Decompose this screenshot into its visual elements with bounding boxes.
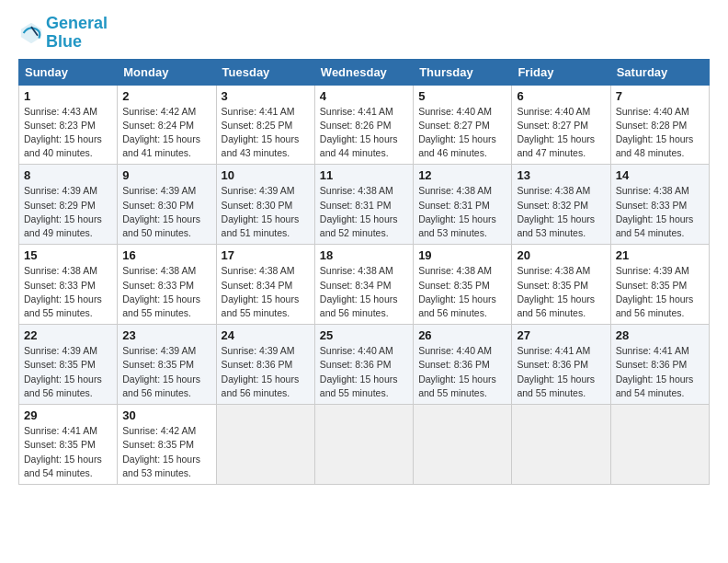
day-number: 22 xyxy=(24,328,112,342)
day-cell-27: 27Sunrise: 4:41 AM Sunset: 8:36 PM Dayli… xyxy=(512,325,610,405)
day-number: 29 xyxy=(24,408,112,422)
day-number: 28 xyxy=(616,328,704,342)
day-info: Sunrise: 4:41 AM Sunset: 8:36 PM Dayligh… xyxy=(517,344,605,400)
day-info: Sunrise: 4:41 AM Sunset: 8:36 PM Dayligh… xyxy=(616,344,704,400)
col-header-monday: Monday xyxy=(118,59,216,85)
empty-cell xyxy=(512,405,610,485)
day-cell-12: 12Sunrise: 4:38 AM Sunset: 8:31 PM Dayli… xyxy=(414,165,512,245)
day-info: Sunrise: 4:38 AM Sunset: 8:33 PM Dayligh… xyxy=(24,264,112,320)
empty-cell xyxy=(216,405,314,485)
calendar-header-row: SundayMondayTuesdayWednesdayThursdayFrid… xyxy=(19,59,710,85)
empty-cell xyxy=(314,405,413,485)
day-number: 16 xyxy=(122,248,210,262)
day-cell-10: 10Sunrise: 4:39 AM Sunset: 8:30 PM Dayli… xyxy=(216,165,314,245)
day-cell-3: 3Sunrise: 4:41 AM Sunset: 8:25 PM Daylig… xyxy=(216,85,314,165)
day-number: 21 xyxy=(616,248,704,262)
logo: General Blue xyxy=(18,15,108,52)
logo-blue: Blue xyxy=(46,32,82,51)
day-number: 27 xyxy=(517,328,605,342)
day-cell-24: 24Sunrise: 4:39 AM Sunset: 8:36 PM Dayli… xyxy=(216,325,314,405)
day-cell-4: 4Sunrise: 4:41 AM Sunset: 8:26 PM Daylig… xyxy=(314,85,413,165)
day-number: 18 xyxy=(320,248,408,262)
header: General Blue xyxy=(18,15,710,52)
day-cell-19: 19Sunrise: 4:38 AM Sunset: 8:35 PM Dayli… xyxy=(414,245,512,325)
day-info: Sunrise: 4:41 AM Sunset: 8:35 PM Dayligh… xyxy=(24,424,112,480)
day-cell-20: 20Sunrise: 4:38 AM Sunset: 8:35 PM Dayli… xyxy=(512,245,610,325)
col-header-thursday: Thursday xyxy=(414,59,512,85)
day-cell-6: 6Sunrise: 4:40 AM Sunset: 8:27 PM Daylig… xyxy=(512,85,610,165)
day-info: Sunrise: 4:40 AM Sunset: 8:36 PM Dayligh… xyxy=(418,344,506,400)
day-number: 15 xyxy=(24,248,112,262)
day-cell-1: 1Sunrise: 4:43 AM Sunset: 8:23 PM Daylig… xyxy=(19,85,118,165)
day-number: 19 xyxy=(418,248,506,262)
day-number: 20 xyxy=(517,248,605,262)
day-cell-2: 2Sunrise: 4:42 AM Sunset: 8:24 PM Daylig… xyxy=(118,85,216,165)
day-cell-9: 9Sunrise: 4:39 AM Sunset: 8:30 PM Daylig… xyxy=(118,165,216,245)
day-number: 6 xyxy=(517,89,605,103)
day-number: 26 xyxy=(418,328,506,342)
day-info: Sunrise: 4:39 AM Sunset: 8:36 PM Dayligh… xyxy=(222,344,310,400)
calendar: SundayMondayTuesdayWednesdayThursdayFrid… xyxy=(18,59,710,485)
day-number: 23 xyxy=(122,328,210,342)
day-number: 5 xyxy=(418,89,506,103)
empty-cell xyxy=(610,405,709,485)
day-number: 24 xyxy=(222,328,310,342)
day-info: Sunrise: 4:41 AM Sunset: 8:26 PM Dayligh… xyxy=(320,105,408,161)
day-info: Sunrise: 4:38 AM Sunset: 8:32 PM Dayligh… xyxy=(517,184,605,240)
day-cell-8: 8Sunrise: 4:39 AM Sunset: 8:29 PM Daylig… xyxy=(19,165,118,245)
day-number: 1 xyxy=(24,89,112,103)
day-info: Sunrise: 4:38 AM Sunset: 8:34 PM Dayligh… xyxy=(222,264,310,320)
day-cell-25: 25Sunrise: 4:40 AM Sunset: 8:36 PM Dayli… xyxy=(314,325,413,405)
day-info: Sunrise: 4:39 AM Sunset: 8:35 PM Dayligh… xyxy=(24,344,112,400)
week-row-5: 29Sunrise: 4:41 AM Sunset: 8:35 PM Dayli… xyxy=(19,405,710,485)
day-cell-18: 18Sunrise: 4:38 AM Sunset: 8:34 PM Dayli… xyxy=(314,245,413,325)
day-number: 2 xyxy=(122,89,210,103)
day-number: 4 xyxy=(320,89,408,103)
day-cell-29: 29Sunrise: 4:41 AM Sunset: 8:35 PM Dayli… xyxy=(19,405,118,485)
day-info: Sunrise: 4:40 AM Sunset: 8:27 PM Dayligh… xyxy=(517,105,605,161)
day-info: Sunrise: 4:39 AM Sunset: 8:35 PM Dayligh… xyxy=(616,264,704,320)
col-header-saturday: Saturday xyxy=(610,59,709,85)
day-info: Sunrise: 4:40 AM Sunset: 8:36 PM Dayligh… xyxy=(320,344,408,400)
day-cell-23: 23Sunrise: 4:39 AM Sunset: 8:35 PM Dayli… xyxy=(118,325,216,405)
col-header-friday: Friday xyxy=(512,59,610,85)
page: General Blue SundayMondayTuesdayWednesda… xyxy=(0,0,728,494)
day-number: 12 xyxy=(418,168,506,182)
day-cell-13: 13Sunrise: 4:38 AM Sunset: 8:32 PM Dayli… xyxy=(512,165,610,245)
logo-icon xyxy=(18,20,44,46)
logo-general: General xyxy=(46,14,108,32)
col-header-tuesday: Tuesday xyxy=(216,59,314,85)
day-cell-15: 15Sunrise: 4:38 AM Sunset: 8:33 PM Dayli… xyxy=(19,245,118,325)
day-cell-26: 26Sunrise: 4:40 AM Sunset: 8:36 PM Dayli… xyxy=(414,325,512,405)
day-number: 10 xyxy=(222,168,310,182)
day-info: Sunrise: 4:39 AM Sunset: 8:35 PM Dayligh… xyxy=(122,344,210,400)
col-header-sunday: Sunday xyxy=(19,59,118,85)
day-info: Sunrise: 4:40 AM Sunset: 8:28 PM Dayligh… xyxy=(616,105,704,161)
day-number: 11 xyxy=(320,168,408,182)
empty-cell xyxy=(414,405,512,485)
day-cell-11: 11Sunrise: 4:38 AM Sunset: 8:31 PM Dayli… xyxy=(314,165,413,245)
day-info: Sunrise: 4:40 AM Sunset: 8:27 PM Dayligh… xyxy=(418,105,506,161)
day-cell-5: 5Sunrise: 4:40 AM Sunset: 8:27 PM Daylig… xyxy=(414,85,512,165)
day-info: Sunrise: 4:38 AM Sunset: 8:31 PM Dayligh… xyxy=(320,184,408,240)
day-cell-28: 28Sunrise: 4:41 AM Sunset: 8:36 PM Dayli… xyxy=(610,325,709,405)
day-number: 25 xyxy=(320,328,408,342)
day-number: 7 xyxy=(616,89,704,103)
day-info: Sunrise: 4:39 AM Sunset: 8:30 PM Dayligh… xyxy=(122,184,210,240)
day-cell-7: 7Sunrise: 4:40 AM Sunset: 8:28 PM Daylig… xyxy=(610,85,709,165)
day-number: 3 xyxy=(222,89,310,103)
day-info: Sunrise: 4:42 AM Sunset: 8:35 PM Dayligh… xyxy=(122,424,210,480)
week-row-4: 22Sunrise: 4:39 AM Sunset: 8:35 PM Dayli… xyxy=(19,325,710,405)
day-info: Sunrise: 4:38 AM Sunset: 8:33 PM Dayligh… xyxy=(616,184,704,240)
day-number: 13 xyxy=(517,168,605,182)
col-header-wednesday: Wednesday xyxy=(314,59,413,85)
day-cell-17: 17Sunrise: 4:38 AM Sunset: 8:34 PM Dayli… xyxy=(216,245,314,325)
day-info: Sunrise: 4:41 AM Sunset: 8:25 PM Dayligh… xyxy=(222,105,310,161)
day-number: 9 xyxy=(122,168,210,182)
day-info: Sunrise: 4:38 AM Sunset: 8:35 PM Dayligh… xyxy=(418,264,506,320)
day-info: Sunrise: 4:42 AM Sunset: 8:24 PM Dayligh… xyxy=(122,105,210,161)
day-info: Sunrise: 4:39 AM Sunset: 8:30 PM Dayligh… xyxy=(222,184,310,240)
day-number: 17 xyxy=(222,248,310,262)
day-number: 14 xyxy=(616,168,704,182)
week-row-3: 15Sunrise: 4:38 AM Sunset: 8:33 PM Dayli… xyxy=(19,245,710,325)
